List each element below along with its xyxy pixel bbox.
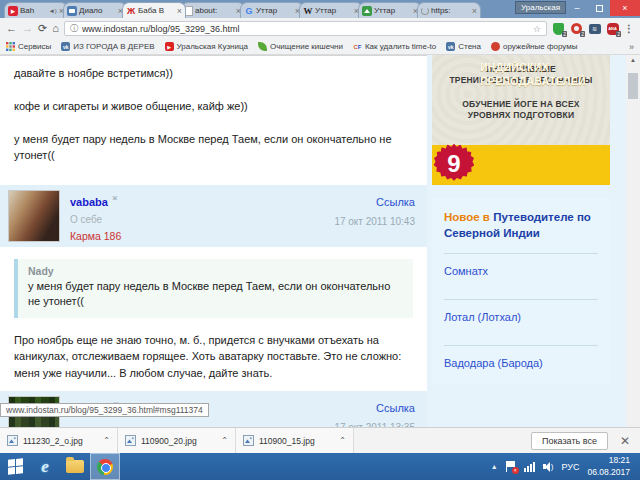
download-menu-icon[interactable]: ⌃ xyxy=(103,436,110,445)
tab-video[interactable]: ▶ Bah ◄) × xyxy=(4,2,68,18)
url-text[interactable]: www.indostan.ru/blog/95_3299_36.html xyxy=(82,24,529,34)
forum-thread: давайте в ноябре встретимся)) кофе и сиг… xyxy=(0,55,427,427)
taskbar-chrome-button[interactable] xyxy=(90,453,120,480)
post-user-info: vababa ж О себе Карма 186 xyxy=(70,190,334,242)
adblock-extension-icon[interactable]: 2 xyxy=(570,22,583,35)
status-bar-url: www.indostan.ru/blog/95_3299_36.html#msg… xyxy=(0,403,209,417)
apps-grid-icon xyxy=(6,42,15,51)
download-item[interactable]: 111230_2_o.jpg ⌃ xyxy=(0,428,118,453)
sidebar-link-vadodara[interactable]: Вадодара (Барода) xyxy=(444,345,598,380)
bookmark-label: Стена xyxy=(458,42,481,51)
home-icon[interactable]: ⌂ xyxy=(52,23,59,34)
taskbar-ie-button[interactable]: e xyxy=(30,453,60,480)
tab-google[interactable]: G Уттар × xyxy=(240,2,304,18)
quote-author: Nady xyxy=(28,265,403,277)
bookmarks-overflow-icon[interactable]: » xyxy=(629,42,634,52)
tab-active-baba[interactable]: Ж Баба В × xyxy=(122,2,186,18)
tray-expand-icon[interactable]: ▲ xyxy=(491,463,498,470)
bookmarks-bar: Сервисы vk ИЗ ГОРОДА В ДЕРЕВ ▶ Уральская… xyxy=(0,39,640,55)
permalink[interactable]: Ссылка xyxy=(376,196,415,208)
bookmark-wall[interactable]: vk Стена xyxy=(446,42,481,51)
window-controls: – × xyxy=(566,0,640,16)
permalink[interactable]: Ссылка xyxy=(376,402,415,414)
download-menu-icon[interactable]: ⌃ xyxy=(339,436,346,445)
download-item[interactable]: 110900_20.jpg ⌃ xyxy=(118,428,236,453)
tab-title: about: xyxy=(195,6,234,15)
volume-icon[interactable]: ) xyxy=(543,462,554,472)
download-menu-icon[interactable]: ⌃ xyxy=(221,436,228,445)
maximize-button[interactable] xyxy=(588,0,610,16)
language-indicator[interactable]: РУС xyxy=(561,462,579,472)
ad-strip-text: ИНДИЙСКИХ ПРЕПОДАВАТЕЛЕЙ xyxy=(480,61,610,88)
forward-icon[interactable]: → xyxy=(22,23,33,34)
download-filename: 110900_20.jpg xyxy=(141,436,216,446)
bookmark-services[interactable]: Сервисы xyxy=(6,42,51,51)
sidebar-link-lothal[interactable]: Лотал (Лотхал) xyxy=(444,299,598,334)
yoga-ad-banner[interactable]: ИНТЕНСИВНЫЕ ТРЕНИРОВОЧНЫЕ ПРОГРАММЫ ОБУЧ… xyxy=(432,55,610,185)
ad-line-2: ОБУЧЕНИЕ ЙОГЕ НА ВСЕХ УРОВНЯХ ПОДГОТОВКИ xyxy=(432,99,610,122)
bookmark-label: Уральская Кузница xyxy=(177,42,248,51)
bookmark-kuznica[interactable]: ▶ Уральская Кузница xyxy=(165,42,248,51)
tab-image[interactable]: Уттар × xyxy=(358,2,422,18)
scroll-up-icon[interactable]: ▲ xyxy=(626,55,640,65)
bookmark-star-icon[interactable]: ☆ xyxy=(533,24,541,34)
post-header-vababa: vababa ж О себе Карма 186 Ссылка 17 окт … xyxy=(0,185,427,247)
bookmark-village[interactable]: vk ИЗ ГОРОДА В ДЕРЕВ xyxy=(61,42,154,51)
tab-dialog[interactable]: Диало × xyxy=(63,2,127,18)
sidebar-link-somnath[interactable]: Сомнатх xyxy=(444,253,598,288)
spinner-icon xyxy=(421,7,429,15)
windows-taskbar: e ▲ × ) РУС 18:21 06.08.2017 xyxy=(0,453,640,480)
image-file-icon xyxy=(7,435,18,446)
scrollbar-thumb[interactable] xyxy=(628,73,638,99)
network-signal-icon[interactable] xyxy=(524,462,535,472)
start-button[interactable] xyxy=(0,453,30,480)
download-item[interactable]: 110900_15.jpg ⌃ xyxy=(236,428,354,453)
address-bar[interactable]: ⓘ www.indostan.ru/blog/95_3299_36.html ☆ xyxy=(64,21,547,36)
tab-about[interactable]: about: × xyxy=(181,2,245,18)
browser-toolbar: ← → ⟳ ⌂ ⓘ www.indostan.ru/blog/95_3299_3… xyxy=(0,18,640,39)
proxy-extension-icon[interactable]: ≋ xyxy=(588,22,601,35)
post-meta: Ссылка 17 окт 2011 13:35 xyxy=(334,396,419,427)
image-icon xyxy=(362,6,372,16)
back-icon[interactable]: ← xyxy=(6,23,17,34)
image-file-icon xyxy=(125,435,136,446)
audio-speaker-icon[interactable]: ◄) xyxy=(49,8,57,14)
shield-extension-icon[interactable]: 2 xyxy=(552,22,565,35)
panel-title: Новое в Путеводителе по Северной Индии xyxy=(444,210,598,241)
site-info-icon[interactable]: ⓘ xyxy=(70,23,78,34)
bookmark-forums[interactable]: оружейные форумы xyxy=(491,42,578,51)
show-all-downloads-button[interactable]: Показать все xyxy=(531,432,608,450)
post-paragraph: у меня будет пару недель в Москве перед … xyxy=(14,132,413,164)
post-meta: Ссылка 17 окт 2011 10:43 xyxy=(334,190,419,242)
tab-loading[interactable]: https: × xyxy=(417,2,481,18)
bookmark-timeto[interactable]: CF Как удалить time-to xyxy=(353,42,436,51)
tab-title: Диало xyxy=(79,6,116,15)
tab-close-icon[interactable]: × xyxy=(177,7,182,15)
clock[interactable]: 18:21 06.08.2017 xyxy=(587,455,634,477)
downloads-bar: 111230_2_o.jpg ⌃ 110900_20.jpg ⌃ 110900_… xyxy=(0,427,640,453)
tab-title: Уттар xyxy=(256,6,293,15)
downloads-close-icon[interactable]: ✕ xyxy=(620,434,630,448)
scrollbar[interactable]: ▲ xyxy=(626,55,640,427)
tab-close-icon[interactable]: × xyxy=(472,7,477,15)
username-link[interactable]: vababa xyxy=(70,196,108,208)
reload-icon[interactable]: ⟳ xyxy=(38,23,47,34)
taskbar-explorer-button[interactable] xyxy=(60,453,90,480)
bookmark-label: оружейные форумы xyxy=(503,42,578,51)
vk-icon: vk xyxy=(446,42,455,51)
target-icon xyxy=(491,42,500,51)
chrome-icon xyxy=(97,459,113,475)
bookmark-cleanse[interactable]: Очищение кишечни xyxy=(258,42,343,51)
karma-value: Карма 186 xyxy=(70,230,334,242)
tab-wikipedia[interactable]: W Уттар × xyxy=(299,2,363,18)
indostan-icon: Ж xyxy=(126,6,136,16)
downloads-bar-right: Показать все ✕ xyxy=(531,432,640,450)
action-center-flag-icon[interactable]: × xyxy=(506,461,516,472)
stop-extension-icon[interactable]: ANA2 xyxy=(606,22,619,35)
avatar[interactable] xyxy=(8,190,60,242)
minimize-button[interactable]: – xyxy=(566,0,588,16)
about-link[interactable]: О себе xyxy=(70,214,334,225)
close-button[interactable]: × xyxy=(610,0,640,16)
post-body-top: давайте в ноябре встретимся)) кофе и сиг… xyxy=(0,56,427,185)
chrome-menu-icon[interactable]: ⋮ xyxy=(624,23,634,34)
